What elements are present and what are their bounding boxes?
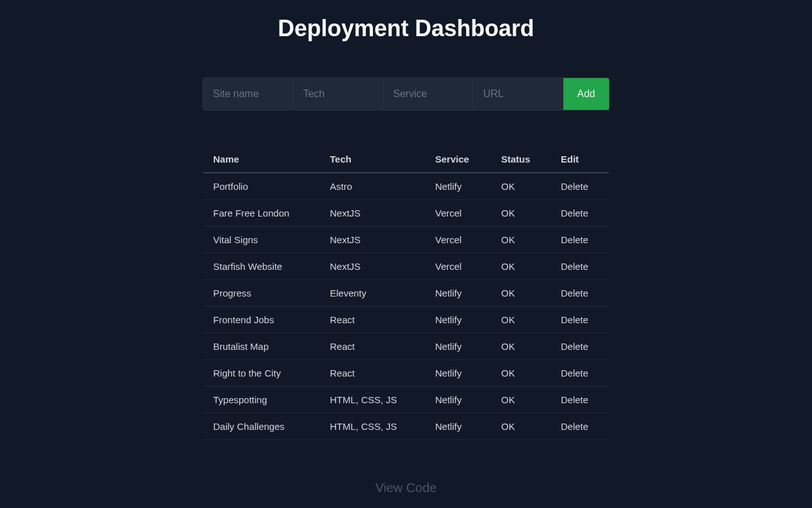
cell-service: Netlify — [425, 173, 491, 200]
cell-name: Right to the City — [203, 360, 320, 387]
delete-link[interactable]: Delete — [551, 280, 609, 307]
cell-name: Progress — [203, 280, 320, 307]
delete-link[interactable]: Delete — [551, 173, 609, 200]
table-row: Vital SignsNextJSVercelOKDelete — [203, 227, 609, 253]
cell-name: Daily Challenges — [203, 413, 320, 440]
cell-service: Netlify — [425, 333, 491, 360]
cell-name: Typespotting — [203, 387, 320, 413]
table-row: Daily ChallengesHTML, CSS, JSNetlifyOKDe… — [203, 413, 609, 440]
cell-service: Netlify — [425, 360, 491, 387]
cell-name: Vital Signs — [203, 227, 320, 253]
table-row: PortfolioAstroNetlifyOKDelete — [203, 173, 609, 200]
cell-service: Vercel — [425, 253, 491, 280]
service-input[interactable] — [383, 78, 473, 110]
header-tech: Tech — [320, 146, 425, 173]
table-row: Fare Free LondonNextJSVercelOKDelete — [203, 200, 609, 227]
header-edit: Edit — [551, 146, 609, 173]
cell-status: OK — [491, 387, 551, 413]
cell-status: OK — [491, 200, 551, 227]
cell-tech: Astro — [320, 173, 425, 200]
table-row: Starfish WebsiteNextJSVercelOKDelete — [203, 253, 609, 280]
table-row: Brutalist MapReactNetlifyOKDelete — [203, 333, 609, 360]
delete-link[interactable]: Delete — [551, 413, 609, 440]
delete-link[interactable]: Delete — [551, 307, 609, 333]
table-row: TypespottingHTML, CSS, JSNetlifyOKDelete — [203, 387, 609, 413]
table-row: Right to the CityReactNetlifyOKDelete — [203, 360, 609, 387]
cell-status: OK — [491, 227, 551, 253]
cell-tech: NextJS — [320, 253, 425, 280]
view-code-link[interactable]: View Code — [376, 481, 436, 495]
cell-status: OK — [491, 413, 551, 440]
cell-status: OK — [491, 360, 551, 387]
delete-link[interactable]: Delete — [551, 360, 609, 387]
cell-service: Vercel — [425, 227, 491, 253]
cell-service: Netlify — [425, 307, 491, 333]
cell-tech: React — [320, 360, 425, 387]
cell-name: Portfolio — [203, 173, 320, 200]
delete-link[interactable]: Delete — [551, 333, 609, 360]
cell-tech: NextJS — [320, 227, 425, 253]
cell-tech: HTML, CSS, JS — [320, 387, 425, 413]
table-row: Frontend JobsReactNetlifyOKDelete — [203, 307, 609, 333]
delete-link[interactable]: Delete — [551, 387, 609, 413]
cell-status: OK — [491, 333, 551, 360]
deployments-table: Name Tech Service Status Edit PortfolioA… — [203, 146, 609, 440]
cell-service: Vercel — [425, 200, 491, 227]
add-site-form: Add — [202, 77, 610, 110]
header-name: Name — [203, 146, 320, 173]
cell-status: OK — [491, 280, 551, 307]
cell-tech: Eleventy — [320, 280, 425, 307]
cell-name: Fare Free London — [203, 200, 320, 227]
table-header-row: Name Tech Service Status Edit — [203, 146, 609, 173]
cell-service: Netlify — [425, 413, 491, 440]
table-row: ProgressEleventyNetlifyOKDelete — [203, 280, 609, 307]
add-button[interactable]: Add — [563, 78, 609, 110]
cell-service: Netlify — [425, 280, 491, 307]
cell-name: Frontend Jobs — [203, 307, 320, 333]
cell-status: OK — [491, 173, 551, 200]
cell-status: OK — [491, 307, 551, 333]
header-service: Service — [425, 146, 491, 173]
delete-link[interactable]: Delete — [551, 200, 609, 227]
header-status: Status — [491, 146, 551, 173]
cell-status: OK — [491, 253, 551, 280]
delete-link[interactable]: Delete — [551, 253, 609, 280]
cell-service: Netlify — [425, 387, 491, 413]
cell-name: Starfish Website — [203, 253, 320, 280]
cell-tech: NextJS — [320, 200, 425, 227]
delete-link[interactable]: Delete — [551, 227, 609, 253]
tech-input[interactable] — [293, 78, 383, 110]
site-name-input[interactable] — [203, 78, 293, 110]
url-input[interactable] — [473, 78, 563, 110]
cell-tech: HTML, CSS, JS — [320, 413, 425, 440]
cell-name: Brutalist Map — [203, 333, 320, 360]
page-title: Deployment Dashboard — [278, 15, 534, 42]
cell-tech: React — [320, 307, 425, 333]
cell-tech: React — [320, 333, 425, 360]
